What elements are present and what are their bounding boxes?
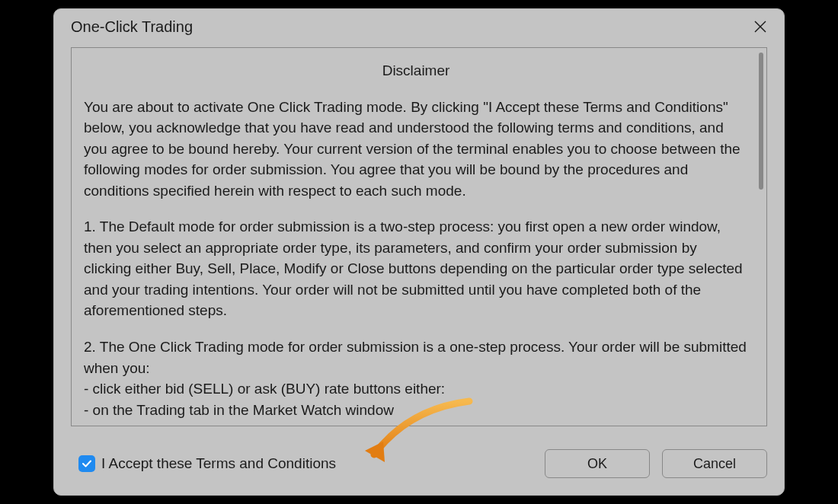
- disclaimer-para-1: You are about to activate One Click Trad…: [84, 97, 748, 202]
- close-icon: [754, 21, 766, 33]
- dialog-title: One-Click Trading: [71, 18, 193, 36]
- scrollbar-track[interactable]: [759, 53, 763, 421]
- accept-terms-checkbox[interactable]: [78, 455, 95, 472]
- titlebar: One-Click Trading: [54, 9, 784, 44]
- disclaimer-para-2: 1. The Default mode for order submission…: [84, 216, 748, 321]
- cancel-button[interactable]: Cancel: [662, 449, 767, 478]
- accept-terms-group[interactable]: I Accept these Terms and Conditions: [71, 448, 350, 480]
- check-icon: [82, 458, 92, 469]
- button-group: OK Cancel: [545, 449, 767, 478]
- content-area: Disclaimer You are about to activate One…: [54, 44, 784, 432]
- disclaimer-scroll-box[interactable]: Disclaimer You are about to activate One…: [71, 47, 767, 426]
- accept-terms-label: I Accept these Terms and Conditions: [101, 455, 336, 472]
- scrollbar-thumb[interactable]: [759, 53, 763, 190]
- close-button[interactable]: [743, 11, 778, 42]
- one-click-trading-dialog: One-Click Trading Disclaimer You are abo…: [53, 8, 785, 496]
- disclaimer-para-3: 2. The One Click Trading mode for order …: [84, 337, 748, 420]
- ok-button[interactable]: OK: [545, 449, 650, 478]
- disclaimer-heading: Disclaimer: [84, 60, 748, 81]
- disclaimer-text: Disclaimer You are about to activate One…: [72, 48, 766, 426]
- dialog-footer: I Accept these Terms and Conditions OK C…: [54, 432, 784, 495]
